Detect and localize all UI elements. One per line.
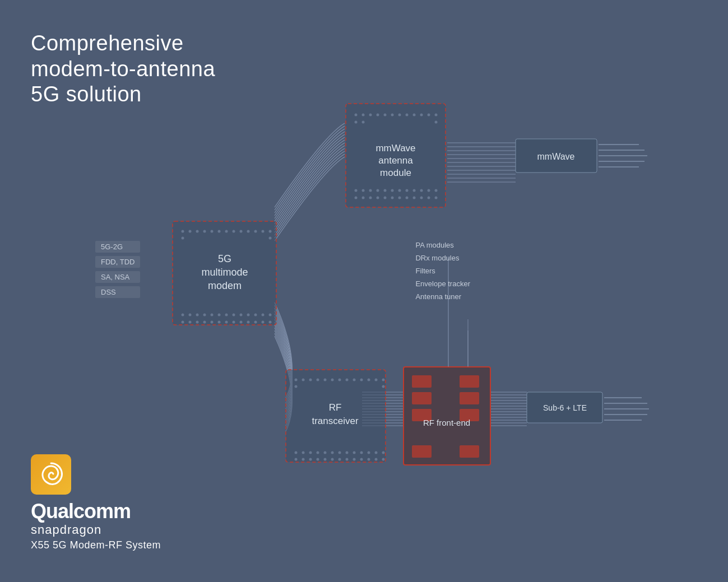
- svg-point-15: [355, 121, 358, 124]
- svg-point-53: [254, 230, 257, 233]
- svg-point-88: [317, 379, 319, 381]
- svg-point-20: [369, 189, 372, 192]
- svg-point-64: [225, 314, 228, 316]
- svg-point-6: [377, 114, 379, 117]
- svg-point-121: [353, 458, 356, 461]
- label-sa-nsa: SA, NSA: [95, 271, 140, 283]
- svg-point-37: [406, 197, 409, 199]
- svg-point-65: [233, 314, 235, 316]
- svg-rect-130: [460, 375, 479, 388]
- right-labels: PA modules DRx modules Filters Envelope …: [415, 241, 470, 301]
- svg-point-87: [309, 379, 312, 381]
- svg-rect-128: [412, 392, 432, 404]
- svg-point-51: [240, 230, 243, 233]
- snapdragon-icon: [31, 454, 71, 495]
- svg-point-32: [369, 197, 372, 199]
- svg-point-50: [233, 230, 235, 233]
- snapdragon-wordmark: snapdragon: [31, 523, 161, 537]
- svg-text:mmWave: mmWave: [375, 143, 415, 153]
- svg-point-18: [355, 189, 358, 192]
- svg-point-68: [254, 314, 257, 316]
- svg-rect-127: [412, 375, 432, 388]
- svg-point-67: [247, 314, 250, 316]
- svg-text:antenna: antenna: [378, 155, 413, 166]
- svg-point-59: [189, 314, 192, 316]
- svg-point-63: [218, 314, 221, 316]
- svg-point-58: [182, 314, 184, 316]
- svg-point-105: [331, 451, 334, 454]
- svg-point-26: [413, 189, 416, 192]
- svg-point-80: [247, 321, 250, 324]
- svg-point-41: [435, 197, 438, 199]
- svg-point-28: [428, 189, 430, 192]
- label-antenna-tuner: Antenna tuner: [415, 292, 470, 301]
- svg-point-60: [196, 314, 199, 316]
- svg-point-55: [269, 230, 272, 233]
- label-dss: DSS: [95, 286, 140, 298]
- svg-text:multimode: multimode: [201, 267, 248, 278]
- svg-point-104: [324, 451, 327, 454]
- svg-point-103: [317, 451, 319, 454]
- svg-point-48: [218, 230, 221, 233]
- title-line3: 5G solution: [31, 82, 215, 108]
- svg-point-4: [362, 114, 365, 117]
- left-labels: 5G-2G FDD, TDD SA, NSA DSS: [95, 241, 140, 298]
- svg-point-39: [420, 197, 423, 199]
- svg-point-117: [324, 458, 327, 461]
- svg-point-118: [331, 458, 334, 461]
- svg-point-96: [375, 379, 378, 381]
- svg-point-10: [406, 114, 409, 117]
- svg-text:5G: 5G: [218, 253, 231, 264]
- label-drx-modules: DRx modules: [415, 254, 470, 262]
- svg-point-99: [382, 385, 385, 388]
- svg-point-79: [240, 321, 243, 324]
- svg-point-46: [203, 230, 206, 233]
- svg-point-23: [391, 189, 394, 192]
- svg-point-29: [435, 189, 438, 192]
- logo-area: Qualcomm snapdragon X55 5G Modem-RF Syst…: [31, 454, 161, 551]
- svg-point-52: [247, 230, 250, 233]
- svg-point-57: [269, 237, 272, 240]
- svg-point-74: [203, 321, 206, 324]
- svg-point-109: [360, 451, 363, 454]
- svg-point-31: [362, 197, 365, 199]
- svg-point-115: [309, 458, 312, 461]
- svg-point-116: [317, 458, 319, 461]
- svg-text:module: module: [380, 167, 411, 178]
- svg-point-5: [369, 114, 372, 117]
- svg-point-76: [218, 321, 221, 324]
- svg-point-100: [295, 451, 298, 454]
- svg-point-120: [346, 458, 349, 461]
- svg-point-122: [360, 458, 363, 461]
- svg-point-83: [269, 321, 272, 324]
- svg-point-22: [384, 189, 387, 192]
- svg-point-95: [368, 379, 370, 381]
- svg-text:transceiver: transceiver: [312, 416, 358, 426]
- svg-point-61: [203, 314, 206, 316]
- svg-point-110: [368, 451, 370, 454]
- svg-point-125: [382, 458, 385, 461]
- svg-point-7: [384, 114, 387, 117]
- svg-point-14: [435, 114, 438, 117]
- svg-text:Sub-6 + LTE: Sub-6 + LTE: [543, 403, 587, 412]
- label-fdd-tdd: FDD, TDD: [95, 256, 140, 268]
- svg-point-49: [225, 230, 228, 233]
- svg-point-8: [391, 114, 394, 117]
- svg-point-73: [196, 321, 199, 324]
- svg-point-98: [295, 385, 298, 388]
- svg-point-56: [182, 237, 184, 240]
- title-line2: modem-to-antenna: [31, 57, 215, 82]
- svg-point-54: [262, 230, 265, 233]
- svg-point-27: [420, 189, 423, 192]
- svg-point-47: [211, 230, 214, 233]
- svg-point-86: [302, 379, 305, 381]
- svg-point-17: [435, 121, 438, 124]
- svg-point-12: [420, 114, 423, 117]
- svg-point-106: [339, 451, 341, 454]
- svg-point-40: [428, 197, 430, 199]
- svg-point-113: [295, 458, 298, 461]
- svg-text:modem: modem: [208, 280, 242, 291]
- svg-point-19: [362, 189, 365, 192]
- svg-point-30: [355, 197, 358, 199]
- svg-text:mmWave: mmWave: [537, 152, 575, 161]
